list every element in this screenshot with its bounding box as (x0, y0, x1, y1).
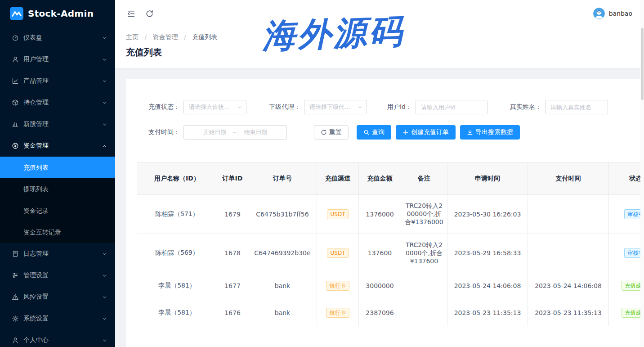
cell-status: 充值成功 (609, 272, 644, 299)
sidebar-item-risk-settings[interactable]: 风控设置 (0, 286, 115, 308)
submenu-item-fund-records[interactable]: 资金记录 (0, 200, 115, 221)
system-settings-icon (12, 315, 19, 322)
cell-order-no: bank (248, 272, 317, 299)
users-icon (12, 56, 19, 63)
column-header-user: 用户名称（ID） (137, 162, 217, 195)
chevron-down-icon (358, 105, 362, 110)
cell-amount: 1376000 (359, 195, 401, 234)
recharge-status-select[interactable]: 请选择充值状... (183, 100, 246, 114)
download-icon (467, 129, 473, 135)
chevron-down-icon (102, 100, 107, 105)
date-separator: ~ (233, 129, 238, 136)
sidebar-item-profile[interactable]: 个人中心 (0, 329, 115, 347)
sidebar-item-log-mgmt[interactable]: 日志管理 (0, 243, 115, 265)
chevron-down-icon (102, 36, 107, 41)
logs-icon (12, 250, 19, 257)
chevron-down-icon (102, 122, 107, 127)
cell-amount: 2387096 (359, 299, 401, 326)
pay-time-range-picker[interactable]: 开始日期 ~ 结束日期 (183, 125, 287, 140)
reset-button[interactable]: 重置 (314, 125, 349, 140)
breadcrumb-separator: / (184, 33, 186, 41)
breadcrumb-fund-mgmt[interactable]: 资金管理 (153, 33, 178, 41)
reset-icon (321, 129, 327, 135)
date-end-placeholder: 结束日期 (244, 128, 267, 136)
table-row: 李晨（581） 1676 bank 银行卡 2387096 2023-05-23… (137, 299, 644, 326)
sidebar-item-system-settings[interactable]: 系统设置 (0, 308, 115, 329)
filter-row-1: 充值状态： 请选择充值状... 下级代理： 请选择下级代... 用户Id： (137, 100, 644, 114)
channel-tag: 银行卡 (326, 281, 349, 291)
cell-pay-time: 2023-05-24 14:06:08 (528, 272, 609, 299)
app-title: Stock-Admin (28, 8, 94, 19)
cell-order-no: C6475b31b7ff56 (248, 195, 317, 234)
agent-select[interactable]: 请选择下级代... (304, 100, 367, 114)
chevron-down-icon (102, 316, 107, 321)
user-menu[interactable]: banbao (593, 8, 632, 19)
submenu-item-recharge-list[interactable]: 充值列表 (0, 157, 115, 178)
cell-user: 陈柏霖（569） (137, 234, 217, 272)
cell-pay-time (528, 234, 609, 272)
submenu-item-transfer-records[interactable]: 资金互转记录 (0, 221, 115, 243)
cell-channel: 银行卡 (317, 272, 359, 299)
breadcrumb-separator: / (144, 33, 147, 41)
admin-settings-icon (12, 272, 19, 279)
plus-icon (402, 129, 409, 135)
channel-tag: 银行卡 (326, 308, 349, 318)
filter-group-agent: 下级代理： 请选择下级代... (264, 100, 367, 114)
sidebar-item-user-mgmt[interactable]: 用户管理 (0, 49, 115, 70)
export-button[interactable]: 导出搜索数据 (460, 125, 520, 140)
pay-time-label: 支付时间： (137, 128, 180, 136)
cell-apply-time: 2023-05-24 14:06:08 (447, 272, 528, 299)
cell-remark: TRC20转入20000个,折合¥137600 (401, 234, 447, 272)
refresh-icon[interactable] (145, 9, 154, 18)
chevron-down-icon (102, 273, 107, 278)
cell-remark (401, 272, 447, 299)
submenu-item-withdraw-list[interactable]: 提现列表 (0, 178, 115, 200)
cell-order-id: 1677 (217, 272, 248, 299)
cell-order-no: bank (248, 299, 317, 326)
cell-status: 审核中 (609, 234, 644, 272)
profile-icon (12, 337, 19, 344)
positions-icon (12, 99, 19, 106)
create-order-button[interactable]: 创建充值订单 (396, 125, 456, 140)
logo-icon (10, 7, 23, 20)
filter-group-real-name: 真实姓名： (505, 100, 608, 114)
filter-card: 充值状态： 请选择充值状... 下级代理： 请选择下级代... 用户Id： (126, 79, 644, 347)
table-row: 陈柏霖（569） 1678 C647469392b30e USDT 137600… (137, 234, 644, 272)
table-row: 陈柏霖（571） 1679 C6475b31b7ff56 USDT 137600… (137, 195, 644, 234)
real-name-input[interactable] (545, 100, 608, 114)
filter-group-user-id: 用户Id： (385, 100, 487, 114)
menu-fold-icon[interactable] (127, 9, 135, 18)
table-header-row: 用户名称（ID） 订单ID 订单号 充值渠道 充值金额 备注 申请时间 支付时间… (137, 162, 644, 195)
new-stock-icon (12, 121, 19, 128)
cell-order-no: C647469392b30e (248, 234, 317, 272)
column-header-amount: 充值金额 (359, 162, 401, 195)
username: banbao (609, 10, 632, 17)
products-icon (12, 77, 19, 85)
sidebar-item-new-stock-mgmt[interactable]: 新股管理 (0, 113, 115, 135)
chevron-down-icon (237, 105, 242, 110)
content-area: 充值状态： 请选择充值状... 下级代理： 请选择下级代... 用户Id： (115, 68, 644, 347)
sidebar-item-dashboard[interactable]: 仪表盘 (0, 27, 115, 49)
fund-submenu: 充值列表 提现列表 资金记录 资金互转记录 (0, 157, 115, 243)
agent-label: 下级代理： (264, 103, 300, 111)
query-button[interactable]: 查询 (357, 125, 391, 140)
column-header-apply-time: 申请时间 (447, 162, 528, 195)
sidebar-item-position-mgmt[interactable]: 持仓管理 (0, 92, 115, 113)
cell-user: 李晨（581） (137, 299, 217, 326)
sidebar-item-fund-mgmt[interactable]: 资金管理 (0, 135, 115, 157)
sidebar-item-admin-settings[interactable]: 管理设置 (0, 265, 115, 286)
user-id-input[interactable] (416, 100, 487, 114)
cell-channel: 银行卡 (317, 299, 359, 326)
avatar (593, 8, 605, 19)
breadcrumb-current: 充值列表 (192, 33, 217, 41)
scrollbar-thumb[interactable] (641, 28, 644, 100)
sidebar-item-product-mgmt[interactable]: 产品管理 (0, 70, 115, 92)
scrollbar[interactable] (640, 0, 644, 347)
cell-order-id: 1678 (217, 234, 248, 272)
breadcrumb-home[interactable]: 主页 (126, 33, 139, 41)
column-header-order-no: 订单号 (248, 162, 317, 195)
chevron-down-icon (102, 252, 107, 257)
real-name-label: 真实姓名： (505, 103, 541, 111)
breadcrumb: 主页 / 资金管理 / 充值列表 (115, 27, 644, 41)
logo[interactable]: Stock-Admin (0, 0, 115, 27)
